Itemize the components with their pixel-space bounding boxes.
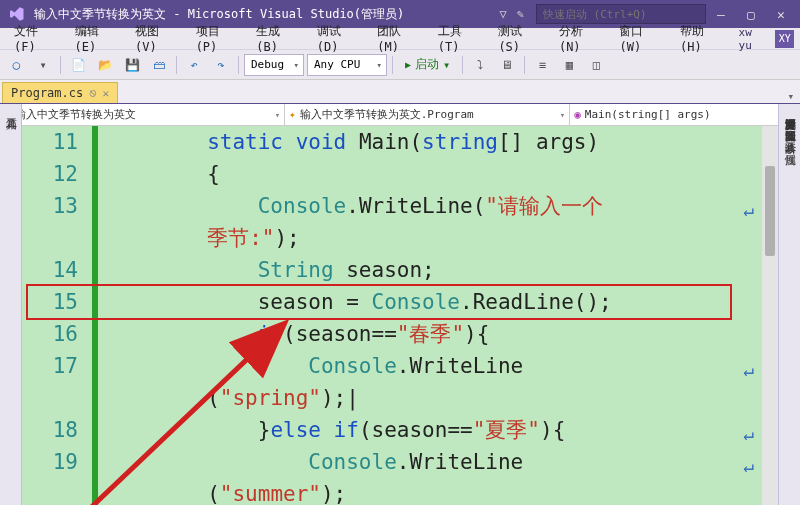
scrollbar-thumb[interactable] (765, 166, 775, 256)
save-all-button[interactable]: 🗃 (147, 53, 171, 77)
code-line: 15 season = Console.ReadLine(); (22, 286, 778, 318)
user-avatar[interactable]: XY (775, 30, 794, 48)
code-line: 12 { (22, 158, 778, 190)
line-number: 15 (22, 286, 92, 318)
undo-button[interactable]: ↶ (182, 53, 206, 77)
code-editor[interactable]: 11 static void Main(string[] args) 12 { … (22, 126, 778, 505)
tab-filename: Program.cs (11, 86, 83, 100)
code-line: 17 Console.WriteLine↵ (22, 350, 778, 382)
line-number: 16 (22, 318, 92, 350)
line-number: 17 (22, 350, 92, 382)
save-button[interactable]: 💾 (120, 53, 144, 77)
document-tabstrip: Program.cs ⎋ ✕ ▾ (0, 80, 800, 104)
menu-edit[interactable]: 编辑(E) (67, 21, 126, 56)
nav-class-combo[interactable]: ✦输入中文季节转换为英文.Program (285, 104, 570, 125)
team-explorer-panel[interactable]: 团队资源管理器 (779, 116, 800, 128)
step-button[interactable]: ⤵ (468, 53, 492, 77)
code-line: 14 String season; (22, 254, 778, 286)
nav-method-combo[interactable]: ◉Main(string[] args) (570, 104, 800, 125)
line-number: 13 (22, 190, 92, 222)
code-line-wrapped: 季节:"); (22, 222, 778, 254)
nav-class-label: 输入中文季节转换为英文.Program (300, 107, 474, 122)
window-title: 输入中文季节转换为英文 - Microsoft Visual Studio(管理… (28, 6, 488, 23)
comment-button[interactable]: ≡ (530, 53, 554, 77)
menu-help[interactable]: 帮助(H) (672, 21, 731, 56)
maximize-button[interactable]: ▢ (736, 1, 766, 27)
line-number: 14 (22, 254, 92, 286)
code-line: 13 Console.WriteLine("请输入一个↵ (22, 190, 778, 222)
menu-test[interactable]: 测试(S) (490, 21, 549, 56)
menu-window[interactable]: 窗口(W) (611, 21, 670, 56)
menu-view[interactable]: 视图(V) (127, 21, 186, 56)
user-name[interactable]: xw yu (735, 26, 774, 52)
solution-explorer-panel[interactable]: 解决方案资源管理器 (779, 104, 800, 116)
tab-overflow-button[interactable]: ▾ (781, 90, 800, 103)
code-line: 19 Console.WriteLine↵ (22, 446, 778, 478)
toolbox-panel[interactable]: 工具箱 (0, 104, 22, 505)
nav-fwd-button[interactable]: ▾ (31, 53, 55, 77)
menu-team[interactable]: 团队(M) (369, 21, 428, 56)
line-number: 18 (22, 414, 92, 446)
browse-button[interactable]: 🖥 (495, 53, 519, 77)
config-combo[interactable]: Debug (244, 54, 304, 76)
notification-icon[interactable]: ▽ (500, 7, 507, 21)
menu-file[interactable]: 文件(F) (6, 21, 65, 56)
menu-tools[interactable]: 工具(T) (430, 21, 489, 56)
close-button[interactable]: ✕ (766, 1, 796, 27)
play-icon: ▶ (405, 59, 411, 70)
start-button[interactable]: ▶启动 ▾ (398, 54, 457, 76)
menu-debug[interactable]: 调试(D) (309, 21, 368, 56)
toolbox-label: 工具箱 (0, 104, 21, 116)
line-number: 12 (22, 158, 92, 190)
class-icon: ✦ (289, 108, 296, 121)
tab-program-cs[interactable]: Program.cs ⎋ ✕ (2, 82, 118, 103)
new-file-button[interactable]: 📄 (66, 53, 90, 77)
code-line: 16 if(season=="春季"){ (22, 318, 778, 350)
menu-bar: 文件(F) 编辑(E) 视图(V) 项目(P) 生成(B) 调试(D) 团队(M… (0, 28, 800, 50)
right-panels: 解决方案资源管理器 团队资源管理器 诊断工具 属性 (778, 104, 800, 505)
menu-build[interactable]: 生成(B) (248, 21, 307, 56)
redo-button[interactable]: ↷ (209, 53, 233, 77)
diagnostics-panel[interactable]: 诊断工具 (779, 128, 800, 140)
properties-panel[interactable]: 属性 (779, 140, 800, 152)
code-line-wrapped: ("spring");| (22, 382, 778, 414)
nav-project-combo[interactable]: ⊞输入中文季节转换为英文 (0, 104, 285, 125)
code-line-wrapped: ("summer"); (22, 478, 778, 505)
line-number: 11 (22, 126, 92, 158)
code-line: 11 static void Main(string[] args) (22, 126, 778, 158)
menu-analyze[interactable]: 分析(N) (551, 21, 610, 56)
vertical-scrollbar[interactable] (762, 126, 778, 505)
open-button[interactable]: 📂 (93, 53, 117, 77)
bookmark-button[interactable]: ◫ (584, 53, 608, 77)
platform-combo[interactable]: Any CPU (307, 54, 387, 76)
nav-method-label: Main(string[] args) (585, 108, 711, 121)
menu-project[interactable]: 项目(P) (188, 21, 247, 56)
line-number: 19 (22, 446, 92, 478)
nav-back-button[interactable]: ◯ (4, 53, 28, 77)
start-label: 启动 (415, 56, 439, 73)
nav-project-label: 输入中文季节转换为英文 (15, 107, 136, 122)
title-center-icons: ▽ ✎ (488, 7, 536, 21)
code-line: 18 }else if(season=="夏季"){↵ (22, 414, 778, 446)
nav-bar: ⊞输入中文季节转换为英文 ✦输入中文季节转换为英文.Program ◉Main(… (0, 104, 800, 126)
uncomment-button[interactable]: ▦ (557, 53, 581, 77)
pin-icon[interactable]: ⎋ (89, 86, 96, 100)
feedback-icon[interactable]: ✎ (517, 7, 524, 21)
close-tab-icon[interactable]: ✕ (102, 87, 109, 100)
method-icon: ◉ (574, 108, 581, 121)
